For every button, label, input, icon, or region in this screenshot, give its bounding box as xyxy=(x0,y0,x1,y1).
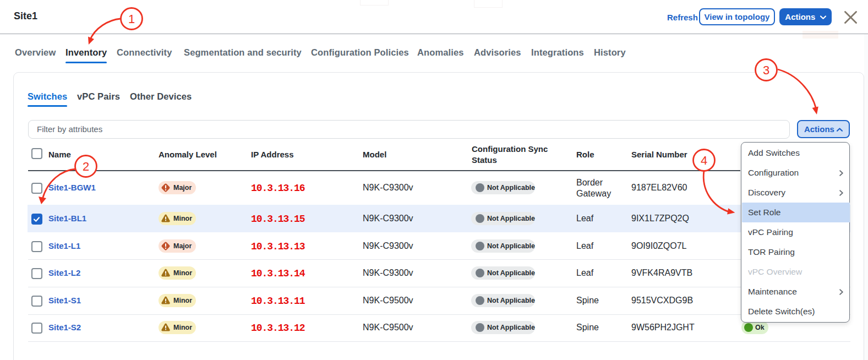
svg-text:1: 1 xyxy=(128,12,135,26)
